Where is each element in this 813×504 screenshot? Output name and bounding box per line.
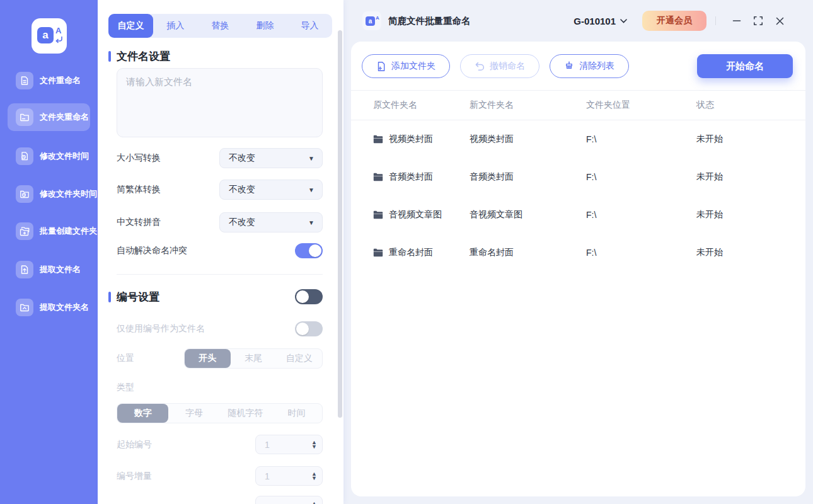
numbering-settings-header: 编号设置: [108, 289, 323, 305]
cell-location: F:\: [586, 248, 696, 258]
logo-a-glyph: a: [37, 27, 54, 43]
original-name-text: 音频类封面: [389, 171, 433, 183]
file-time-icon: [16, 147, 33, 165]
section-title: 文件名设置: [117, 49, 170, 64]
tab-custom[interactable]: 自定义: [108, 14, 153, 38]
add-file-icon: [376, 61, 386, 72]
accent-bar: [108, 51, 111, 62]
spinner-arrows-icon[interactable]: ▲▼: [311, 472, 317, 481]
vip-button[interactable]: 开通会员: [642, 11, 706, 31]
settings-panel: 自定义 插入 替换 删除 导入 文件名设置 大小写转换 不改变 ▼ 简繁体转换 …: [98, 0, 343, 504]
type-option-random[interactable]: 随机字符: [220, 404, 271, 423]
digits-row-partial: ▲▼: [117, 496, 323, 504]
add-folder-button[interactable]: 添加文件夹: [362, 54, 450, 78]
col-location: 文件夹位置: [586, 100, 696, 111]
sidebar-item-file-rename[interactable]: 文件重命名: [8, 67, 90, 94]
chevron-down-icon: ▼: [308, 186, 314, 193]
sidebar-item-extract-foldername[interactable]: 提取文件夹名: [8, 294, 90, 321]
increment-input[interactable]: [265, 471, 296, 481]
close-button[interactable]: [769, 10, 790, 32]
logo-capital-a-glyph: A: [376, 15, 379, 21]
type-segment-control: 数字 字母 随机字符 时间: [117, 403, 323, 423]
clear-list-button[interactable]: 清除列表: [550, 54, 629, 78]
traditional-convert-select[interactable]: 不改变 ▼: [219, 180, 323, 200]
spinner-arrows-icon[interactable]: ▲▼: [311, 501, 317, 504]
undo-rename-button[interactable]: 撤销命名: [460, 54, 539, 78]
panel-scrollbar[interactable]: [338, 30, 342, 418]
cell-original: 音视频文章图: [373, 209, 470, 220]
logo-a-glyph: a: [366, 16, 375, 26]
version-label: G-010101: [574, 16, 616, 26]
button-label: 添加文件夹: [391, 60, 435, 72]
field-label: 自动解决命名冲突: [117, 245, 187, 256]
sidebar-item-folder-time[interactable]: 修改文件夹时间: [8, 180, 90, 208]
folder-rename-icon: [16, 108, 33, 126]
logo-capital-a-glyph: A: [55, 26, 61, 35]
table-row[interactable]: 视频类封面 视频类封面 F:\ 未开始: [351, 120, 805, 158]
start-number-input[interactable]: [265, 440, 296, 450]
new-filename-input[interactable]: [117, 68, 323, 137]
toggle-knob: [296, 290, 309, 303]
titlebar-right: G-010101 开通会员: [574, 10, 790, 32]
numbering-toggle[interactable]: [295, 289, 323, 304]
position-option-start[interactable]: 开头: [185, 349, 231, 368]
chevron-down-icon: [620, 19, 627, 23]
tab-replace[interactable]: 替换: [198, 14, 243, 38]
tab-insert[interactable]: 插入: [153, 14, 198, 38]
accent-bar: [108, 292, 111, 302]
table-row[interactable]: 音频类封面 音频类封面 F:\ 未开始: [351, 158, 805, 196]
undo-icon: [475, 62, 485, 71]
select-value: 不改变: [229, 152, 255, 164]
cell-location: F:\: [586, 172, 696, 182]
minimize-icon: [732, 16, 742, 26]
case-convert-select[interactable]: 不改变 ▼: [219, 148, 323, 168]
sidebar-item-label: 提取文件名: [40, 264, 81, 275]
file-rename-icon: [16, 72, 33, 89]
app-titlebar-icon: a A: [362, 11, 381, 30]
close-icon: [775, 16, 785, 26]
select-value: 不改变: [229, 217, 255, 228]
original-name-text: 视频类封面: [389, 134, 433, 145]
section-title: 编号设置: [117, 290, 159, 304]
field-label: 中文转拼音: [117, 217, 161, 228]
folder-time-icon: [16, 185, 33, 203]
sidebar-item-label: 批量创建文件夹: [40, 226, 97, 237]
sidebar-item-folder-rename[interactable]: 文件夹重命名: [8, 103, 90, 131]
table-row[interactable]: 重命名封面 重命名封面 F:\ 未开始: [351, 234, 805, 272]
start-rename-button[interactable]: 开始命名: [697, 54, 793, 78]
table-header: 原文件夹名 新文件夹名 文件夹位置 状态: [351, 90, 805, 120]
pinyin-convert-select[interactable]: 不改变 ▼: [219, 212, 323, 232]
version-selector[interactable]: G-010101: [574, 16, 627, 26]
type-option-number[interactable]: 数字: [117, 404, 168, 423]
cell-new-name: 音视频文章图: [470, 209, 586, 220]
minimize-button[interactable]: [726, 10, 747, 32]
field-label: 仅使用编号作为文件名: [117, 323, 205, 335]
cell-original: 视频类封面: [373, 134, 470, 145]
only-number-row: 仅使用编号作为文件名: [117, 321, 323, 336]
spinner-arrows-icon[interactable]: ▲▼: [311, 440, 317, 449]
col-status: 状态: [696, 100, 805, 111]
table-row[interactable]: 音视频文章图 音视频文章图 F:\ 未开始: [351, 196, 805, 234]
field-label: 类型: [117, 382, 134, 393]
position-option-custom[interactable]: 自定义: [276, 349, 322, 368]
folder-icon: [373, 248, 383, 257]
field-label: 位置: [117, 353, 134, 364]
tab-import[interactable]: 导入: [287, 14, 332, 38]
digits-input[interactable]: [265, 501, 296, 504]
position-option-end[interactable]: 末尾: [231, 349, 277, 368]
sidebar-item-file-time[interactable]: 修改文件时间: [8, 142, 90, 170]
sidebar-item-label: 修改文件时间: [40, 151, 89, 162]
sidebar-item-label: 文件重命名: [40, 75, 81, 86]
only-number-toggle[interactable]: [295, 321, 323, 336]
folder-create-icon: [16, 222, 33, 240]
type-option-time[interactable]: 时间: [271, 404, 322, 423]
type-option-letter[interactable]: 字母: [168, 404, 219, 423]
app-title: 简鹿文件批量重命名: [388, 15, 471, 27]
maximize-button[interactable]: [747, 10, 769, 32]
section-divider: [117, 274, 323, 275]
tab-delete[interactable]: 删除: [243, 14, 287, 38]
sidebar-item-batch-create-folder[interactable]: 批量创建文件夹: [8, 217, 90, 245]
titlebar: a A 简鹿文件批量重命名 G-010101 开通会员: [343, 0, 813, 42]
sidebar-item-extract-filename[interactable]: 提取文件名: [8, 256, 90, 284]
conflict-toggle[interactable]: [295, 243, 323, 258]
